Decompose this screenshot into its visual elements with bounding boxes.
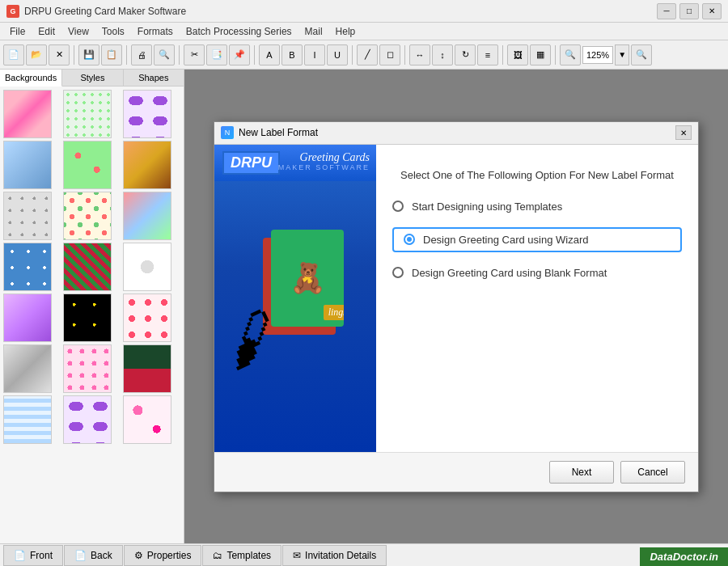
canvas-area: N New Label Format ✕ DRPU Greeting Cards… [184, 70, 728, 543]
text-button[interactable]: A [259, 44, 280, 65]
bg-item-14[interactable] [63, 294, 112, 342]
bg-item-5[interactable] [63, 141, 112, 189]
menu-mail[interactable]: Mail [298, 24, 329, 39]
flip-v-button[interactable]: ↕ [432, 44, 453, 65]
tab-back[interactable]: 📄 Back [64, 545, 123, 566]
option-blank[interactable]: Design Greeting Card using Blank Format [392, 267, 682, 279]
new-button[interactable]: 📄 [3, 44, 24, 65]
bg-item-7[interactable] [3, 192, 52, 240]
title-bar: G DRPU Greeting Card Maker Software ─ □ … [0, 0, 728, 23]
bg-item-3[interactable] [123, 90, 171, 138]
zoom-in-button[interactable]: 🔍 [560, 44, 581, 65]
bold-button[interactable]: B [281, 44, 303, 65]
bg-item-9[interactable] [123, 192, 171, 240]
underline-button[interactable]: U [327, 44, 348, 65]
tab-backgrounds[interactable]: Backgrounds [0, 70, 62, 87]
tab-properties[interactable]: ⚙ Properties [124, 545, 202, 566]
modal-options-panel: Select One of The Following Option For N… [376, 145, 698, 452]
toolbar-separator-6 [404, 45, 405, 65]
menu-edit[interactable]: Edit [32, 24, 61, 39]
main-area: Backgrounds Styles Shapes [0, 70, 728, 543]
bg-item-2[interactable] [63, 90, 112, 138]
rotate-button[interactable]: ↻ [455, 44, 476, 65]
bg-item-15[interactable] [123, 294, 171, 342]
menu-formats[interactable]: Formats [131, 24, 180, 39]
tab-shapes[interactable]: Shapes [124, 70, 184, 86]
print-button[interactable]: 🖨 [131, 44, 152, 65]
next-button[interactable]: Next [549, 461, 614, 484]
italic-button[interactable]: I [304, 44, 325, 65]
tab-properties-label: Properties [147, 550, 192, 561]
panel-tabs: Backgrounds Styles Shapes [0, 70, 184, 87]
option-templates-label: Start Designing using Templates [412, 201, 562, 213]
radio-templates[interactable] [392, 201, 404, 212]
bear-icon: 🧸 [290, 261, 326, 295]
bg-item-10[interactable] [3, 243, 52, 291]
card-illustration: 🖌 🧸 lings [222, 161, 368, 436]
modal-footer: Next Cancel [214, 452, 698, 492]
modal-heading: Select One of The Following Option For N… [392, 169, 682, 181]
save-button[interactable]: 💾 [78, 44, 99, 65]
tab-invitation[interactable]: ✉ Invitation Details [282, 545, 387, 566]
modal-dialog: N New Label Format ✕ DRPU Greeting Cards… [214, 121, 699, 492]
bg-item-20[interactable] [63, 395, 112, 444]
toolbar-separator-3 [179, 45, 180, 65]
shape-button[interactable]: ◻ [379, 44, 400, 65]
app-title: DRPU Greeting Card Maker Software [24, 6, 657, 17]
bg-item-1[interactable] [3, 90, 52, 138]
option-templates[interactable]: Start Designing using Templates [392, 201, 682, 213]
radio-blank[interactable] [392, 267, 404, 278]
align-button[interactable]: ≡ [477, 44, 498, 65]
bg-item-6[interactable] [123, 141, 171, 189]
bg-item-8[interactable] [63, 192, 112, 240]
cancel-button[interactable]: Cancel [620, 461, 685, 484]
open-button[interactable]: 📂 [26, 44, 47, 65]
background-grid [3, 90, 180, 444]
bg-item-17[interactable] [63, 344, 112, 393]
menu-view[interactable]: View [61, 24, 95, 39]
zoom-out-button[interactable]: 🔍 [631, 44, 652, 65]
paste-button[interactable]: 📌 [229, 44, 250, 65]
bg-item-21[interactable] [123, 395, 171, 444]
bg-item-4[interactable] [3, 141, 52, 189]
maximize-button[interactable]: □ [679, 3, 699, 19]
barcode-button[interactable]: ▦ [530, 44, 551, 65]
save-as-button[interactable]: 📋 [101, 44, 122, 65]
radio-wizard[interactable] [404, 234, 415, 245]
bg-item-18[interactable] [123, 344, 171, 393]
bg-item-16[interactable] [3, 344, 52, 393]
properties-icon: ⚙ [134, 550, 143, 561]
bg-item-19[interactable] [3, 395, 52, 444]
modal-overlay: N New Label Format ✕ DRPU Greeting Cards… [184, 70, 728, 543]
image-button[interactable]: 🖼 [507, 44, 528, 65]
menu-batch[interactable]: Batch Processing Series [180, 24, 298, 39]
back-icon: 📄 [74, 550, 87, 561]
menu-file[interactable]: File [3, 24, 32, 39]
close-button[interactable]: ✕ [702, 3, 722, 19]
toolbar-separator-5 [352, 45, 353, 65]
copy-button[interactable]: 📑 [206, 44, 227, 65]
option-blank-label: Design Greeting Card using Blank Format [412, 267, 607, 279]
close-doc-button[interactable]: ✕ [49, 44, 70, 65]
modal-close-button[interactable]: ✕ [675, 125, 692, 140]
invitation-icon: ✉ [293, 550, 301, 561]
modal-title: New Label Format [239, 127, 675, 138]
app-icon: G [6, 5, 19, 18]
zoom-dropdown-button[interactable]: ▼ [615, 44, 629, 65]
print-preview-button[interactable]: 🔍 [154, 44, 175, 65]
tab-back-label: Back [91, 550, 112, 561]
toolbar-separator-2 [126, 45, 127, 65]
flip-h-button[interactable]: ↔ [409, 44, 430, 65]
bg-item-13[interactable] [3, 294, 52, 342]
cut-button[interactable]: ✂ [184, 44, 205, 65]
menu-tools[interactable]: Tools [95, 24, 131, 39]
bg-item-12[interactable] [123, 243, 171, 291]
line-button[interactable]: ╱ [357, 44, 378, 65]
menu-help[interactable]: Help [329, 24, 362, 39]
minimize-button[interactable]: ─ [657, 3, 676, 19]
tab-templates[interactable]: 🗂 Templates [202, 545, 281, 566]
tab-styles[interactable]: Styles [62, 70, 123, 86]
option-wizard-container[interactable]: Design Greeting Card using Wizard [392, 227, 682, 252]
bg-item-11[interactable] [63, 243, 112, 291]
tab-front[interactable]: 📄 Front [3, 545, 63, 566]
